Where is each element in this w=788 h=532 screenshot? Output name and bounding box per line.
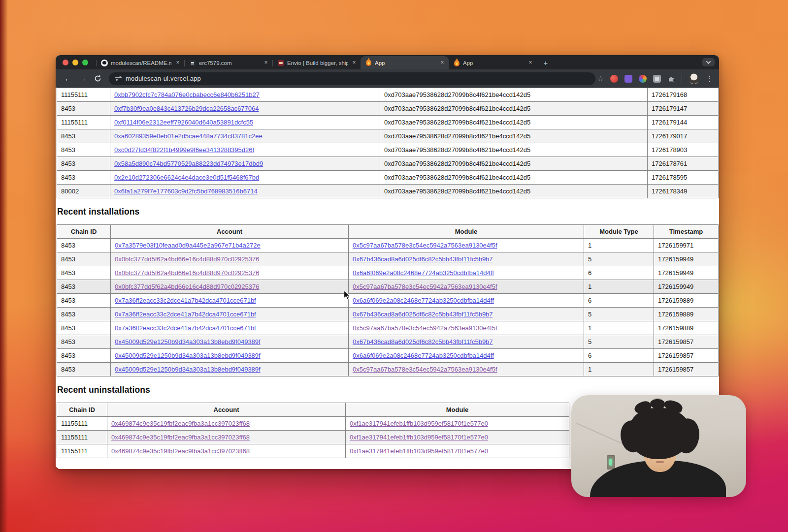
module-cell: 0xf1ae317941efeb1ffb103d959ef58170f1e577… — [346, 444, 569, 458]
module-cell: 0x67b436cad8a6d025df6c82c5bb43fbf11fc5b9… — [349, 252, 584, 266]
module-link[interactable]: 0x6a6f069e2a08c2468e7724ab3250cdbfba14d4… — [353, 269, 494, 277]
module-link[interactable]: 0x5c97aa67ba578e3c54ec5942a7563ea9130e4f… — [353, 242, 497, 249]
hair-tuft — [650, 399, 665, 409]
account-cell: 0x0bfc377dd5f62a4bd66e16c4d88d970c029253… — [111, 266, 349, 280]
account-link[interactable]: 0x58a5d890c74bd5770529a88223dd74973e17db… — [114, 160, 263, 167]
chain-cell: 8453 — [57, 349, 111, 363]
table-row: 111551110xf0114f06e2312eeff7926040d640a5… — [57, 116, 719, 129]
account-link[interactable]: 0xbb7902cfc7c784a076e0cbabecc6e840b6251b… — [114, 91, 260, 98]
account-link[interactable]: 0x45009d529e1250b9d34a303a13b8ebd9f04938… — [115, 338, 261, 345]
tab-label: modulescan/README.md at a — [111, 60, 171, 66]
module-link[interactable]: 0xf1ae317941efeb1ffb103d959ef58170f1e577… — [350, 447, 488, 455]
light-switch — [607, 455, 615, 469]
minimize-window-button[interactable] — [72, 60, 78, 65]
account-link[interactable]: 0xf7b30f9ea0e843c413726b29dca22658ac6770… — [114, 105, 259, 112]
module-link[interactable]: 0x67b436cad8a6d025df6c82c5bb43fbf11fc5b9… — [353, 338, 493, 345]
account-cell: 0x45009d529e1250b9d34a303a13b8ebd9f04938… — [111, 349, 349, 363]
module-cell: 0xd703aae79538628d27099b8c4f621be4ccd142… — [380, 102, 648, 116]
extension-gray-icon[interactable] — [653, 75, 661, 83]
account-link[interactable]: 0x7a36ff2eacc33c2dce41a7b42dca4701cce671… — [115, 297, 256, 304]
account-link[interactable]: 0x6fa1a279f7e177603c9d2fc5bd768983516b67… — [114, 188, 258, 195]
ts-cell: 1726159949 — [654, 280, 719, 294]
module-cell: 0x6a6f069e2a08c2468e7724ab3250cdbfba14d4… — [349, 294, 584, 308]
module-link[interactable]: 0x5c97aa67ba578e3c54ec5942a7563ea9130e4f… — [353, 366, 497, 373]
account-cell: 0x2e10d272306e6624c4e4dace3e0d51f5468f67… — [110, 171, 380, 185]
account-link[interactable]: 0xa60289359e0eb01e2d5cae448a7734c83781c2… — [114, 132, 263, 140]
account-link[interactable]: 0x45009d529e1250b9d34a303a13b8ebd9f04938… — [115, 366, 261, 373]
browser-menu-icon[interactable]: ⋮ — [706, 76, 713, 81]
tab-label: App — [463, 60, 524, 66]
account-link[interactable]: 0x0bfc377dd5f62a4bd66e16c4d88d970c029253… — [115, 269, 260, 277]
close-tab-icon[interactable]: × — [174, 60, 181, 66]
tab-envio[interactable]: Envio | Build bigger, ship fast × — [272, 57, 361, 69]
account-link[interactable]: 0xf0114f06e2312eeff7926040d640a53891dcfc… — [114, 119, 253, 126]
account-cell: 0x469874c9e35c19fbf2eac9fba3a1cc397023ff… — [107, 444, 346, 458]
module-link[interactable]: 0xf1ae317941efeb1ffb103d959ef58170f1e577… — [350, 420, 488, 427]
extension-red-icon[interactable] — [610, 75, 618, 83]
account-link[interactable]: 0x469874c9e35c19fbf2eac9fba3a1cc397023ff… — [111, 447, 250, 455]
bookmark-star-icon[interactable]: ☆ — [597, 74, 604, 83]
account-link[interactable]: 0x0bfc377dd5f62a4bd66e16c4d88d970c029253… — [115, 283, 260, 290]
type-cell: 6 — [584, 266, 654, 280]
module-cell: 0xd703aae79538628d27099b8c4f621be4ccd142… — [380, 116, 648, 129]
account-cell: 0x7a3579e03f10feaad0d9a445e2a967e71b4a27… — [111, 239, 349, 252]
forward-button[interactable]: → — [76, 72, 89, 85]
account-link[interactable]: 0x7a3579e03f10feaad0d9a445e2a967e71b4a27… — [115, 242, 261, 249]
module-link[interactable]: 0xf1ae317941efeb1ffb103d959ef58170f1e577… — [350, 434, 488, 441]
ts-cell: 1726159857 — [654, 363, 719, 376]
module-link[interactable]: 0x5c97aa67ba578e3c54ec5942a7563ea9130e4f… — [353, 283, 497, 290]
table-row: 84530x0bfc377dd5f62a4bd66e16c4d88d970c02… — [57, 266, 719, 280]
close-window-button[interactable] — [63, 60, 68, 65]
tab-app-2[interactable]: App × — [449, 57, 537, 69]
account-link[interactable]: 0x469874c9e35c19fbf2eac9fba3a1cc397023ff… — [111, 420, 250, 427]
tab-app-active[interactable]: App × — [361, 56, 449, 69]
column-header-module: Module — [349, 225, 584, 239]
table-row: 800020x6fa1a279f7e177603c9d2fc5bd7689835… — [57, 185, 719, 198]
flame-icon — [366, 60, 371, 66]
account-link[interactable]: 0x45009d529e1250b9d34a303a13b8ebd9f04938… — [115, 352, 261, 359]
back-button[interactable]: ← — [62, 72, 74, 85]
tab-erc7579[interactable]: erc7579.com × — [184, 57, 272, 69]
extension-rainbow-icon[interactable] — [639, 75, 647, 83]
account-link[interactable]: 0x7a36ff2eacc33c2dce41a7b42dca4701cce671… — [115, 311, 256, 318]
close-tab-icon[interactable]: × — [527, 60, 534, 66]
module-cell: 0x5c97aa67ba578e3c54ec5942a7563ea9130e4f… — [349, 280, 584, 294]
toolbar-divider — [682, 74, 682, 83]
column-header-timestamp: Timestamp — [654, 225, 719, 239]
module-cell: 0x5c97aa67ba578e3c54ec5942a7563ea9130e4f… — [349, 239, 584, 252]
account-link[interactable]: 0x0bfc377dd5f62a4bd66e16c4d88d970c029253… — [115, 255, 260, 263]
profile-avatar[interactable] — [689, 73, 699, 84]
chevron-down-icon — [706, 59, 711, 64]
tab-search-button[interactable] — [702, 58, 715, 66]
new-tab-button[interactable]: + — [540, 57, 552, 68]
type-cell: 1 — [584, 363, 654, 376]
module-link[interactable]: 0x67b436cad8a6d025df6c82c5bb43fbf11fc5b9… — [353, 311, 493, 318]
site-settings-icon[interactable] — [115, 75, 122, 82]
table-row: 84530x7a3579e03f10feaad0d9a445e2a967e71b… — [57, 239, 719, 252]
extensions-puzzle-icon[interactable] — [667, 75, 675, 83]
reload-button[interactable] — [91, 72, 104, 85]
account-link[interactable]: 0x7a36ff2eacc33c2dce41a7b42dca4701cce671… — [115, 324, 256, 332]
module-link[interactable]: 0x67b436cad8a6d025df6c82c5bb43fbf11fc5b9… — [353, 255, 493, 263]
account-cell: 0x469874c9e35c19fbf2eac9fba3a1cc397023ff… — [107, 431, 346, 444]
url-text: modulescan-ui.vercel.app — [126, 75, 201, 82]
module-link[interactable]: 0x5c97aa67ba578e3c54ec5942a7563ea9130e4f… — [353, 324, 497, 332]
chain-cell: 11155111 — [57, 116, 110, 129]
account-link[interactable]: 0x2e10d272306e6624c4e4dace3e0d51f5468f67… — [114, 174, 259, 181]
module-link[interactable]: 0x6a6f069e2a08c2468e7724ab3250cdbfba14d4… — [353, 352, 494, 359]
tab-label: Envio | Build bigger, ship fast — [287, 60, 348, 66]
account-link[interactable]: 0xc0d27fd34f822f1b4999e9f6ee3413288395d2… — [114, 146, 254, 154]
address-bar[interactable]: modulescan-ui.vercel.app — [109, 72, 595, 85]
tab-label: App — [375, 60, 436, 66]
module-link[interactable]: 0x6a6f069e2a08c2468e7724ab3250cdbfba14d4… — [353, 297, 494, 304]
tab-modulescan-readme[interactable]: modulescan/README.md at a × — [96, 57, 184, 69]
close-tab-icon[interactable]: × — [351, 60, 358, 66]
close-tab-icon[interactable]: × — [439, 60, 446, 66]
type-cell: 5 — [584, 252, 654, 266]
account-cell: 0xf0114f06e2312eeff7926040d640a53891dcfc… — [110, 116, 380, 129]
extension-purple-icon[interactable] — [624, 75, 632, 83]
close-tab-icon[interactable]: × — [263, 60, 269, 66]
zoom-window-button[interactable] — [82, 60, 88, 65]
table-row: 84530x7a36ff2eacc33c2dce41a7b42dca4701cc… — [57, 308, 719, 321]
account-link[interactable]: 0x469874c9e35c19fbf2eac9fba3a1cc397023ff… — [111, 434, 250, 441]
